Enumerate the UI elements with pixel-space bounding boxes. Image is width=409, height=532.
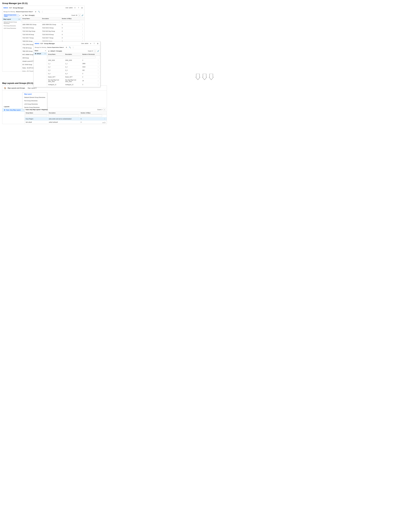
cell-name: 1830 VWM OSU Group [21, 23, 41, 26]
overlay-count-badge: Count: 9 [88, 50, 93, 52]
overlay-view-selector[interactable]: Service Supervision Views ▾ [47, 47, 64, 48]
new-add-btn[interactable]: + [103, 108, 106, 111]
dropdown-chevron-icon: ▾ [36, 87, 37, 89]
search-icon[interactable]: 🔍 [38, 10, 40, 13]
cell-menu[interactable]: ⋮ [81, 36, 84, 40]
cell-desc: 7210 SAS Dxp Group [41, 30, 61, 33]
overlay-default-more-btn[interactable]: ••• [44, 53, 46, 54]
cell-count: 0 [61, 33, 81, 36]
new-filter-count[interactable] [80, 115, 102, 117]
nsp-label: NSP [9, 7, 12, 9]
overlay-more-options-icon[interactable]: ⋮ [72, 46, 74, 49]
cell-name: Kwesl_3377 [47, 75, 64, 79]
view-dropdown-arrow[interactable]: ▾ [32, 11, 33, 12]
overlay-search-icon[interactable]: 🔍 [68, 46, 71, 49]
dropdown-item-svc-group-dir[interactable]: Service Group Directories [22, 106, 47, 109]
sidebar-item-lag-group[interactable]: LAG Group Directories [2, 27, 21, 29]
cell-menu[interactable]: ⋮ [96, 75, 100, 79]
dropdown-item-port-group-dir[interactable]: Port Group Directories [22, 99, 47, 102]
dropdown-label: Map Layout [28, 87, 35, 89]
arrow-down-1 [196, 74, 200, 80]
map-layout-more-btn[interactable]: ••• [18, 18, 20, 20]
overlay-grid-icon[interactable]: ⊞ [96, 42, 99, 45]
pre-link-icon[interactable]: 🔗 [82, 14, 83, 16]
table-row: Kwesl_3377 Kwesl_3377 2 ⋮ [47, 75, 100, 79]
overlay-filter-count[interactable] [82, 56, 95, 58]
dropdown-item-map-layout[interactable]: Map Layout [22, 92, 47, 96]
cell-menu[interactable]: ⋮ [96, 65, 100, 69]
cell-count: 1 [81, 86, 96, 87]
cell-menu[interactable]: ⋮ [96, 83, 100, 86]
dropdown-item-lag-group-dir[interactable]: LAG Group Directories [22, 102, 47, 106]
filter-count-cell [61, 20, 81, 23]
dropdown-arrow[interactable]: ▾ [74, 7, 76, 9]
overlay-dropdown-arrow[interactable]: ▾ [89, 42, 92, 45]
cell-menu[interactable]: ⋮ [96, 72, 100, 75]
dropdown-item-ne-group-dir[interactable]: Network Element Group Directories [22, 96, 47, 99]
table-row: routingLtd_12 routingLtd_12 3 ⋮ [47, 83, 100, 86]
module-label: Group Manager [13, 7, 24, 9]
overlay-sidebar-default[interactable]: 🖥 default ••• [34, 52, 47, 55]
manage-label: Manage the following: [3, 11, 15, 12]
cell-name: 3_3 [47, 69, 64, 72]
pre-sub-header: Manage the following: Network Supervisio… [2, 10, 84, 14]
sort-icon: ↕ [30, 18, 31, 19]
cell-menu[interactable]: ⋮ [81, 23, 84, 26]
overlay-filter-name[interactable] [48, 56, 64, 58]
filter-count-input[interactable] [61, 20, 80, 22]
col-actions [81, 17, 84, 20]
cell-menu[interactable]: ⋮ [81, 33, 84, 36]
new-filter-desc[interactable] [48, 115, 79, 117]
home-icon-btn[interactable]: 🏠 [3, 86, 7, 90]
filter-name-cell [21, 20, 41, 23]
help-icon[interactable]: ? [77, 7, 80, 9]
new-sidebar-item-kaus[interactable]: 🖥 Kaus Joey Map Layout [2, 108, 25, 112]
table-row: 1830 VWM OSU Group 1830 VWM OSU Group 0 … [21, 23, 84, 26]
overlay-link-icon[interactable]: 🔗 [97, 50, 99, 52]
overlay-filter-desc[interactable] [65, 56, 81, 58]
filter-desc-input[interactable] [42, 20, 60, 22]
arrow-down-2 [202, 74, 207, 80]
overlay-nokia-logo: NOKIA [35, 43, 39, 44]
cell-menu[interactable]: ⋮ [96, 79, 100, 83]
cell-menu[interactable]: ⋮ [96, 69, 100, 72]
grid-icon[interactable]: ⊞ [81, 7, 83, 9]
cell-menu[interactable]: ⋮ [96, 59, 100, 62]
cell-count: 0 [80, 121, 103, 124]
sidebar-item-map-layout[interactable]: Map Layout ••• [2, 18, 21, 21]
sidebar-item-ne-group[interactable]: Network Element Group Directories [2, 21, 21, 25]
cell-menu[interactable]: ⋮ [96, 86, 100, 87]
overlay-add-btn[interactable]: + [94, 50, 96, 52]
cell-menu[interactable]: ⋮ [96, 62, 100, 65]
new-filter-name[interactable] [25, 115, 47, 117]
col-description: Description [41, 17, 61, 20]
svg-marker-2 [209, 74, 214, 80]
grid-view-icon[interactable]: ⊞ [34, 10, 37, 13]
add-view-btn[interactable]: + [19, 15, 20, 17]
cell-menu[interactable]: ⋮ [103, 117, 107, 121]
overlay-add-view-btn[interactable]: + [45, 50, 46, 52]
cell-count: 0 [61, 26, 81, 30]
overlay-module-label: Group Manager [44, 43, 55, 44]
filter-name-input[interactable] [22, 20, 40, 22]
overlay-grid-view-icon[interactable]: ⊞ [65, 46, 68, 49]
col-ne-count: Number of NE(s) [61, 17, 81, 20]
overlay-view-dropdown-arrow[interactable]: ▾ [63, 47, 64, 48]
pre-add-btn[interactable]: + [78, 14, 81, 17]
cell-desc: test_981 [64, 86, 81, 87]
map-layout-dropdown[interactable]: Map Layout ▾ [28, 87, 37, 89]
cell-menu[interactable]: ⋮ [81, 30, 84, 33]
filter-desc-cell [41, 20, 61, 23]
view-selector[interactable]: Network Supervision Views ▾ [16, 11, 33, 12]
sidebar-item-port-group[interactable]: Port Group Directories [2, 25, 21, 27]
new-panel: 🏠 Map Layouts and Groups Map Layout ▾ Ma… [2, 86, 107, 124]
overlay-help-icon[interactable]: ? [93, 42, 95, 45]
cell-desc: sdfsdf sdfsdsdf [48, 121, 80, 124]
cell-menu[interactable]: ⋮ [81, 26, 84, 30]
pre-nsp-header: NOKIA NSP Group Manager User: admin ▾ ? … [2, 6, 84, 10]
overlay-col-svc-count: Number of Service(s) [81, 53, 96, 56]
overlay-content-toolbar: 🖥 default > Group(s) Count: 9 + 🔗 [47, 49, 100, 53]
cell-count: 2959 [81, 62, 96, 65]
cell-desc: routingLtd_12 [64, 83, 81, 86]
more-options-icon[interactable]: ⋮ [41, 10, 44, 13]
